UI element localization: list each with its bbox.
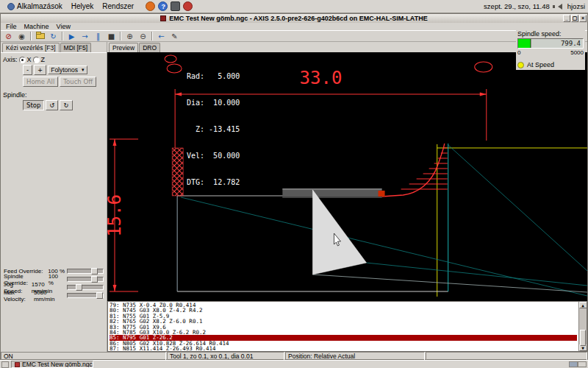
menu-file[interactable]: File <box>2 23 21 30</box>
dro-line: Z: -13.415 <box>187 125 240 134</box>
gcode-line[interactable]: 82: N765 G02 X8.2 Z-6.0 R0.1 <box>110 319 577 324</box>
menu-machine[interactable]: Machine <box>21 23 53 30</box>
menu-applications[interactable]: Alkalmazások <box>3 1 67 12</box>
dimension-height: 15.6 <box>107 139 138 291</box>
machine-limits <box>437 144 587 297</box>
gcode-line[interactable]: 80: N745 G03 X8.0 Z-4.2 R4.2 <box>110 308 577 313</box>
step-button[interactable]: → <box>79 31 91 41</box>
reload-button[interactable]: ↻ <box>47 31 60 41</box>
scroll-up-icon[interactable]: ▲ <box>579 302 587 308</box>
left-filler <box>1 301 107 352</box>
slider-thumb[interactable] <box>76 284 82 291</box>
jog-plus-button[interactable]: + <box>34 65 46 75</box>
show-desktop-button[interactable] <box>1 361 9 368</box>
tab-mdi[interactable]: MDI [F5] <box>60 43 92 52</box>
axis-z-radio[interactable] <box>33 57 40 63</box>
spindle-label: Spindle: <box>3 91 27 99</box>
spindle-speed-label: Spindle speed: <box>517 30 584 38</box>
dro-line: Dia: 10.000 <box>187 99 240 107</box>
max-velocity-value: 5080 mm/min <box>34 289 65 302</box>
menu-system[interactable]: Rendszer <box>98 1 138 12</box>
slider-thumb[interactable] <box>91 268 98 275</box>
menubar: File Machine View <box>1 23 587 30</box>
tool-tip <box>379 191 385 197</box>
firefox-icon[interactable] <box>146 1 155 11</box>
zoom-in-button[interactable]: ⊕ <box>123 31 136 41</box>
jog-speed-slider[interactable] <box>67 285 104 290</box>
spindle-bar-fill <box>518 39 531 48</box>
user-switcher[interactable]: hjozsi <box>567 2 585 10</box>
spindle-stop-button[interactable]: Stop <box>23 100 44 110</box>
axis-z-label: Z <box>41 56 46 63</box>
taskbar-window-button[interactable]: EMC Test New gömb.ngc <box>11 361 93 368</box>
home-all-button[interactable]: Home All <box>23 77 58 87</box>
jog-minus-button[interactable]: - <box>23 65 32 75</box>
spindle-speed-bar: 799.4 <box>517 38 584 49</box>
axis-app-icon <box>15 362 20 367</box>
toolbar-separator <box>62 32 63 40</box>
gcode-line[interactable]: 87: N815 X11.414 Z-26.493 R0.414 <box>110 346 577 351</box>
menu-places[interactable]: Helyek <box>67 1 98 12</box>
dim-height-label: 15.6 <box>107 194 125 237</box>
estop-button[interactable]: ⊘ <box>2 31 15 41</box>
titlebar[interactable]: EMC Test New gömb.ngc - AXIS 2.5.0-pre2-… <box>1 14 587 23</box>
tab-preview[interactable]: Preview <box>109 43 138 52</box>
backplot-preview[interactable]: 33.0 15.6 <box>107 52 587 301</box>
workspace-2[interactable] <box>578 361 587 367</box>
close-button[interactable]: × <box>579 15 587 22</box>
at-speed-led <box>517 62 524 68</box>
open-file-button[interactable] <box>34 31 46 41</box>
gcode-line[interactable]: 84: N785 G03 X10.0 Z-6.2 R0.2 <box>110 330 577 335</box>
chuck-crosshatch <box>172 148 183 196</box>
tab-manual-control[interactable]: Kézi vezérlés [F3] <box>2 43 60 52</box>
max-velocity-slider[interactable] <box>67 293 104 298</box>
spindle-scale-min: 0 <box>517 49 520 56</box>
menu-view[interactable]: View <box>53 23 74 30</box>
dim-width-label: 33.0 <box>300 68 343 88</box>
run-button[interactable]: ▶ <box>65 31 78 41</box>
terminal-icon[interactable] <box>171 1 180 11</box>
spindle-override-slider[interactable] <box>67 277 104 282</box>
tool-cone <box>312 190 366 275</box>
clear-plot-button[interactable]: ✎ <box>168 31 181 41</box>
scrollbar-thumb[interactable] <box>580 330 586 346</box>
gcode-scrollbar[interactable]: ▲ ▼ <box>578 302 587 351</box>
tab-dro[interactable]: DRO <box>139 43 160 52</box>
toolbar-separator <box>30 32 32 40</box>
clock-applet[interactable]: szept. 29., szo, 11.48 <box>484 2 550 10</box>
toolbar-separator <box>151 32 153 40</box>
minimize-button[interactable]: _ <box>563 15 570 22</box>
volume-icon[interactable] <box>555 4 562 10</box>
axis-x-label: X <box>27 56 32 63</box>
spindle-cw-button[interactable]: ↻ <box>60 100 72 110</box>
max-velocity-label: Max Velocity: <box>4 289 34 302</box>
zoom-out-button[interactable]: ⊖ <box>137 31 149 41</box>
menu-places-label: Helyek <box>71 2 94 10</box>
help-icon[interactable] <box>158 1 168 11</box>
spindle-ccw-button[interactable]: ↺ <box>46 100 58 110</box>
pause-button[interactable]: ‖ <box>92 31 104 41</box>
menu-system-label: Rendszer <box>102 2 134 10</box>
package-icon[interactable] <box>183 1 193 11</box>
spindle-speed-panel: Spindle speed: 799.4 0 5000 At Speed <box>516 29 585 70</box>
jog-increment-combo[interactable]: Folytonos ▾ <box>48 66 87 74</box>
axis-label: Axis: <box>3 56 18 63</box>
touch-off-button[interactable]: Touch Off <box>60 77 96 87</box>
folder-icon <box>36 33 45 39</box>
axis-x-radio[interactable] <box>19 57 26 63</box>
power-button[interactable]: ◉ <box>15 31 28 41</box>
gnome-top-panel: Alkalmazások Helyek Rendszer szept. 29.,… <box>0 0 588 13</box>
feed-override-slider[interactable] <box>67 269 104 274</box>
workspace-1[interactable] <box>569 361 578 367</box>
stop-button[interactable]: ■ <box>105 31 118 41</box>
manual-control-panel: Kézi vezérlés [F3] MDI [F5] Axis: X Z - … <box>1 42 107 352</box>
slider-thumb[interactable] <box>96 292 103 299</box>
slider-thumb[interactable] <box>91 276 98 283</box>
distro-logo-icon <box>7 3 15 10</box>
maximize-button[interactable]: ▢ <box>571 15 578 22</box>
gcode-listing[interactable]: 79: N735 X-0.4 Z0.0 R0.414 80: N745 G03 … <box>107 301 587 352</box>
spindle-speed-value: 799.4 <box>531 39 583 48</box>
dro-line: DTG: 12.782 <box>187 178 240 187</box>
view-back-button[interactable]: ← <box>155 31 168 41</box>
override-sliders: Feed Override: 100 % Spindle Override: 1… <box>2 267 105 300</box>
